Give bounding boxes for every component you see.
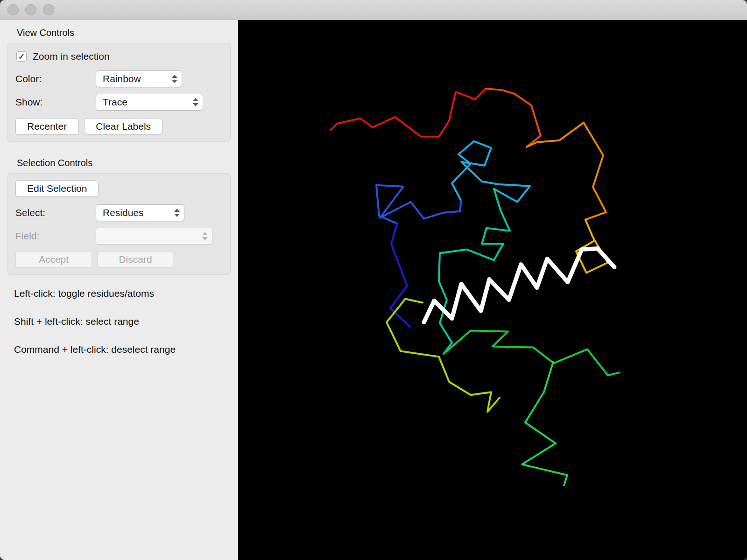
trace-segment-green-lower[interactable] bbox=[522, 362, 567, 485]
show-dropdown[interactable]: Trace bbox=[96, 94, 203, 111]
checkmark-icon: ✓ bbox=[18, 52, 25, 62]
mouse-help-text: Left-click: toggle residues/atoms Shift … bbox=[14, 288, 231, 355]
trace-segment-cyan[interactable] bbox=[452, 141, 530, 202]
view-controls-heading: View Controls bbox=[17, 27, 231, 38]
zoom-in-selection-checkbox[interactable]: ✓ bbox=[16, 51, 27, 62]
view-buttons-row: Recenter Clear Labels bbox=[15, 118, 223, 135]
trace-segment-teal[interactable] bbox=[439, 189, 510, 354]
field-row: Field: bbox=[15, 228, 223, 245]
zoom-button[interactable] bbox=[43, 4, 54, 15]
discard-button: Discard bbox=[98, 251, 173, 268]
zoom-in-selection-label: Zoom in selection bbox=[33, 51, 110, 62]
trace-segment-gold[interactable] bbox=[576, 220, 608, 273]
chevron-up-down-icon bbox=[193, 98, 198, 106]
color-dropdown[interactable]: Rainbow bbox=[96, 70, 182, 87]
accept-button: Accept bbox=[15, 251, 92, 268]
minimize-button[interactable] bbox=[25, 4, 36, 15]
color-label: Color: bbox=[15, 73, 96, 84]
trace-segment-green-upper[interactable] bbox=[444, 330, 619, 375]
main-area: View Controls ✓ Zoom in selection Color:… bbox=[0, 20, 747, 560]
trace-segment-chartreuse[interactable] bbox=[387, 299, 500, 412]
select-dropdown-value: Residues bbox=[103, 207, 144, 218]
trace-segment-selection-white[interactable] bbox=[424, 249, 614, 322]
app-window: View Controls ✓ Zoom in selection Color:… bbox=[0, 0, 747, 560]
trace-segment-dark-blue[interactable] bbox=[390, 224, 410, 327]
show-row: Show: Trace bbox=[15, 94, 223, 111]
selection-controls-group: Edit Selection Select: Residues Field: bbox=[7, 173, 231, 275]
trace-svg bbox=[238, 20, 747, 560]
close-button[interactable] bbox=[7, 4, 19, 15]
molecule-viewport[interactable] bbox=[238, 20, 747, 560]
help-line-left-click: Left-click: toggle residues/atoms bbox=[14, 288, 231, 299]
clear-labels-button[interactable]: Clear Labels bbox=[84, 118, 162, 135]
field-label: Field: bbox=[15, 231, 96, 242]
field-dropdown bbox=[96, 228, 212, 245]
chevron-up-down-icon bbox=[174, 209, 180, 217]
trace-segment-blue[interactable] bbox=[376, 185, 461, 224]
chevron-up-down-icon bbox=[202, 232, 208, 240]
color-dropdown-value: Rainbow bbox=[103, 73, 141, 84]
show-label: Show: bbox=[15, 97, 96, 108]
control-sidebar: View Controls ✓ Zoom in selection Color:… bbox=[0, 20, 238, 560]
title-bar bbox=[0, 0, 747, 20]
color-row: Color: Rainbow bbox=[15, 70, 223, 87]
select-row: Select: Residues bbox=[15, 204, 223, 221]
help-line-shift-click: Shift + left-click: select range bbox=[14, 316, 231, 327]
view-controls-group: ✓ Zoom in selection Color: Rainbow Show: bbox=[7, 43, 231, 142]
show-dropdown-value: Trace bbox=[103, 97, 127, 108]
zoom-in-selection-row: ✓ Zoom in selection bbox=[16, 51, 223, 62]
recenter-button[interactable]: Recenter bbox=[15, 118, 78, 135]
selection-controls-heading: Selection Controls bbox=[17, 157, 231, 168]
select-dropdown[interactable]: Residues bbox=[96, 204, 184, 221]
edit-selection-button[interactable]: Edit Selection bbox=[15, 180, 99, 197]
help-line-command-click: Command + left-click: deselect range bbox=[14, 344, 231, 355]
select-label: Select: bbox=[15, 207, 96, 218]
trace-segment-orange-red[interactable] bbox=[486, 89, 541, 147]
accept-discard-row: Accept Discard bbox=[15, 251, 223, 268]
trace-segment-red-terminus[interactable] bbox=[331, 89, 486, 137]
chevron-up-down-icon bbox=[172, 75, 177, 83]
